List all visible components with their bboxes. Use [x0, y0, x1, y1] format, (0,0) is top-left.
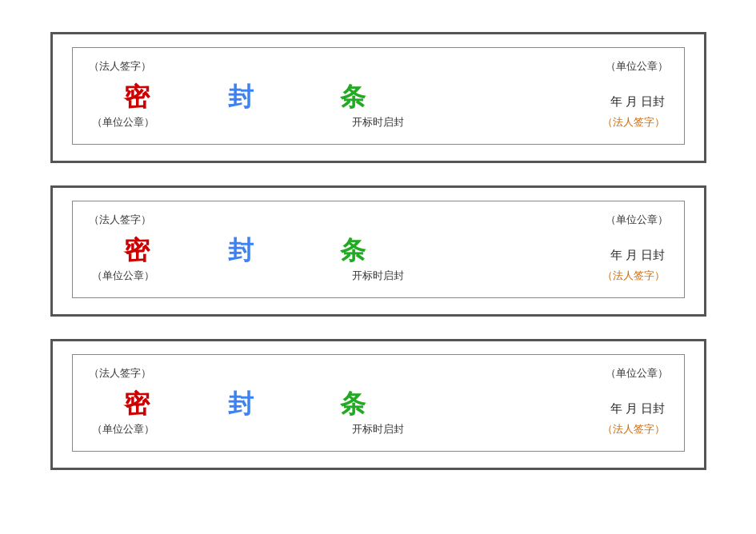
main-row-3: 密 封 条 年 月 日封 — [89, 387, 668, 422]
bottom-right-label-1: （法人签字） — [602, 115, 665, 130]
seal-card-1: （法人签字） （单位公章） 密 封 条 年 月 日封 （单位公章） 开标时启封 … — [50, 32, 706, 163]
bottom-left-label-2: （单位公章） — [92, 269, 154, 283]
bottom-right-label-2: （法人签字） — [602, 269, 665, 283]
main-row-2: 密 封 条 年 月 日封 — [89, 233, 668, 269]
bottom-left-label-3: （单位公章） — [92, 422, 154, 436]
seal-card-2: （法人签字） （单位公章） 密 封 条 年 月 日封 （单位公章） 开标时启封 … — [50, 185, 706, 317]
date-text-2: 年 月 日封 — [610, 248, 668, 263]
char-mi-1: 密 — [89, 80, 185, 115]
char-feng-1: 封 — [185, 80, 297, 115]
char-tiao-2: 条 — [297, 233, 409, 269]
bottom-row-2: （单位公章） 开标时启封 （法人签字） — [89, 269, 668, 283]
bottom-row-3: （单位公章） 开标时启封 （法人签字） — [89, 422, 668, 436]
char-tiao-1: 条 — [297, 80, 409, 115]
bottom-center-label-2: 开标时启封 — [352, 269, 404, 283]
char-mi-2: 密 — [89, 233, 185, 269]
top-row-3: （法人签字） （单位公章） — [89, 366, 668, 381]
seal-card-inner-3: （法人签字） （单位公章） 密 封 条 年 月 日封 （单位公章） 开标时启封 … — [72, 354, 685, 452]
bottom-center-label-3: 开标时启封 — [352, 422, 404, 436]
char-feng-3: 封 — [185, 387, 297, 422]
main-row-1: 密 封 条 年 月 日封 — [89, 80, 668, 115]
seal-card-inner-1: （法人签字） （单位公章） 密 封 条 年 月 日封 （单位公章） 开标时启封 … — [72, 47, 685, 145]
seal-card-3: （法人签字） （单位公章） 密 封 条 年 月 日封 （单位公章） 开标时启封 … — [50, 339, 706, 470]
top-left-label-1: （法人签字） — [89, 59, 151, 74]
bottom-left-label-1: （单位公章） — [92, 115, 154, 130]
date-text-1: 年 月 日封 — [610, 94, 668, 110]
top-row-2: （法人签字） （单位公章） — [89, 213, 668, 227]
bottom-right-label-3: （法人签字） — [602, 422, 665, 436]
top-left-label-2: （法人签字） — [89, 213, 151, 227]
bottom-center-label-1: 开标时启封 — [352, 115, 404, 130]
date-text-3: 年 月 日封 — [610, 401, 668, 416]
seal-card-inner-2: （法人签字） （单位公章） 密 封 条 年 月 日封 （单位公章） 开标时启封 … — [72, 201, 685, 298]
top-right-label-1: （单位公章） — [606, 59, 668, 74]
top-right-label-3: （单位公章） — [606, 366, 668, 381]
bottom-row-1: （单位公章） 开标时启封 （法人签字） — [89, 115, 668, 130]
top-left-label-3: （法人签字） — [89, 366, 151, 381]
top-row-1: （法人签字） （单位公章） — [89, 59, 668, 74]
char-feng-2: 封 — [185, 233, 297, 269]
char-tiao-3: 条 — [297, 387, 409, 422]
char-mi-3: 密 — [89, 387, 185, 422]
top-right-label-2: （单位公章） — [606, 213, 668, 227]
